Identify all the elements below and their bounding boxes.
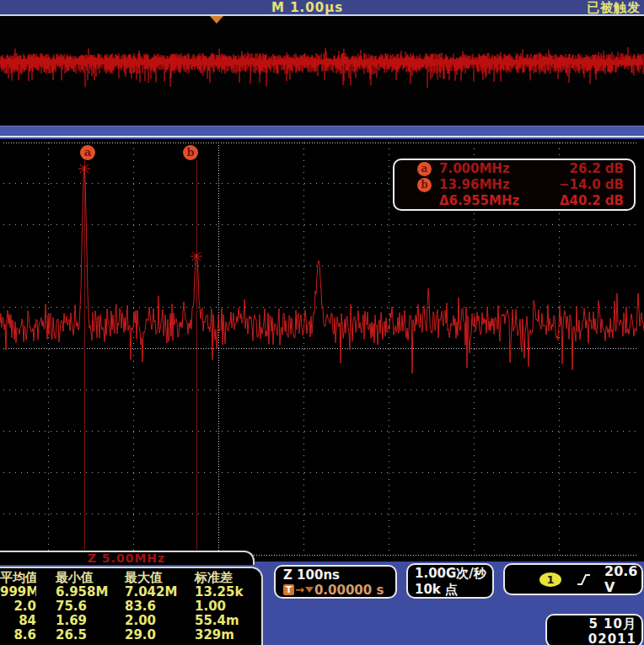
- acquisition-readout-box: 1.00G次/秒 10k 点: [406, 563, 494, 599]
- cell: 2.0: [0, 599, 36, 614]
- rising-edge-icon: [577, 573, 591, 586]
- cursor-a-level: 26.2 dB: [570, 161, 634, 176]
- time-domain-trace: [0, 16, 644, 126]
- channel-readout-box: 1 20.6 V: [503, 563, 643, 595]
- col-header-stddev: 标准差: [195, 571, 260, 585]
- cell: 999M: [0, 585, 36, 599]
- volts-per-div: 20.6 V: [604, 563, 641, 595]
- cell: 329m: [195, 628, 260, 642]
- cell: 29.0: [125, 628, 195, 642]
- table-row: 2.0 75.6 83.6 1.00: [0, 599, 261, 614]
- cell: 1.00: [195, 599, 260, 614]
- cursor-delta-row: Δ6.955MHz Δ40.2 dB: [394, 193, 634, 208]
- cursor-readout-box: a 7.000MHz 26.2 dB b 13.96MHz −14.0 dB Δ…: [393, 159, 636, 211]
- cell: 84: [0, 614, 36, 628]
- cursor-b-badge-icon: b: [417, 178, 432, 192]
- table-row: 84 1.69 2.00 55.4m: [0, 614, 261, 628]
- horizontal-readout-box: Z 100ns T → 0.00000 s: [274, 565, 397, 599]
- cursor-b-frequency: 13.96MHz: [439, 177, 539, 192]
- cursor-a-row: a 7.000MHz 26.2 dB: [394, 161, 634, 176]
- triangle-down-icon: [305, 587, 314, 593]
- trigger-position-marker-icon: [210, 16, 223, 24]
- measurement-table: 平均值 最小值 最大值 标准差 999M 6.958M 7.042M 13.25…: [0, 567, 263, 645]
- time-domain-window: [0, 16, 644, 126]
- oscilloscope-screen: M 1.00µs 已被触发 a b a 7.000MHz 26.2 dB: [0, 0, 644, 645]
- cursor-peak-markers: [78, 164, 202, 261]
- cursor-b-row: b 13.96MHz −14.0 dB: [394, 177, 634, 192]
- record-length: 10k 点: [415, 582, 492, 598]
- fft-window: a b a 7.000MHz 26.2 dB b 13.96MHz −14.0 …: [0, 139, 644, 562]
- col-header-min: 最小值: [36, 571, 125, 585]
- table-row: 999M 6.958M 7.042M 13.25k: [0, 585, 261, 599]
- cell: 6.958M: [36, 585, 125, 599]
- col-header-mean: 平均值: [0, 571, 36, 585]
- col-header-max: 最大值: [125, 571, 195, 585]
- cell: 26.5: [36, 628, 125, 642]
- timebase-readout: M 1.00µs: [271, 0, 343, 15]
- date-readout: 5 10月02011: [547, 616, 636, 645]
- channel-1-badge: 1: [539, 572, 561, 587]
- cell: 83.6: [125, 599, 195, 614]
- arrow-right-icon: →: [295, 583, 304, 598]
- cursor-a-badge-icon: a: [417, 162, 432, 176]
- zoom-timebase: Z 100ns: [283, 567, 395, 583]
- cell: 55.4m: [195, 614, 260, 628]
- trigger-position-value: 0.00000 s: [314, 583, 384, 598]
- sample-rate: 1.00G次/秒: [415, 566, 492, 582]
- datetime-box: 5 10月02011 15:27:36: [545, 614, 643, 645]
- window-separator: [0, 126, 644, 137]
- cell: 8.6: [0, 628, 36, 642]
- measurement-panel: Z 5.00MHz 平均值 最小值 最大值 标准差 999M 6.958M 7.…: [0, 551, 270, 645]
- fft-scale-readout: Z 5.00MHz: [0, 551, 255, 565]
- trigger-status: 已被触发: [587, 0, 641, 16]
- cell: 7.042M: [125, 585, 195, 599]
- cursor-a-frequency: 7.000MHz: [439, 161, 539, 176]
- cursor-b-level: −14.0 dB: [559, 177, 634, 192]
- cell: 13.25k: [195, 585, 260, 599]
- cell: 75.6: [36, 599, 125, 614]
- cursor-b-badge[interactable]: b: [183, 145, 198, 160]
- cursor-a-badge[interactable]: a: [80, 145, 95, 160]
- measurement-header-row: 平均值 最小值 最大值 标准差: [0, 571, 261, 585]
- table-row: 8.6 26.5 29.0 329m: [0, 628, 261, 642]
- delta-level: Δ40.2 dB: [560, 193, 634, 208]
- cell: 2.00: [125, 614, 195, 628]
- top-status-bar: M 1.00µs 已被触发: [0, 0, 644, 16]
- trigger-t-icon: T: [283, 584, 294, 595]
- trigger-position-line: T → 0.00000 s: [283, 583, 395, 597]
- delta-frequency: Δ6.955MHz: [439, 193, 539, 208]
- cell: 1.69: [36, 614, 125, 628]
